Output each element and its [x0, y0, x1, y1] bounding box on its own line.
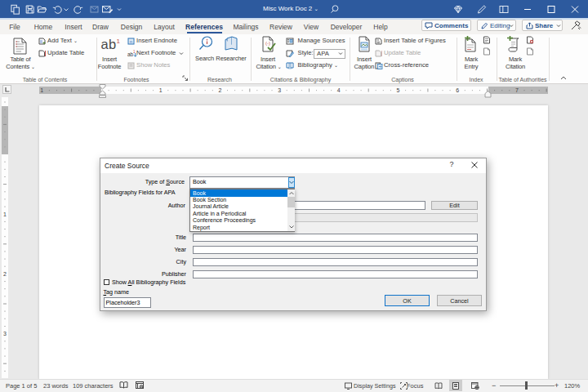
svg-text:7: 7: [515, 87, 519, 93]
svg-text:5: 5: [397, 87, 400, 93]
svg-text:3: 3: [278, 87, 281, 93]
svg-text:4: 4: [337, 87, 341, 93]
svg-text:1: 1: [159, 87, 163, 93]
svg-text:2: 2: [218, 87, 221, 93]
svg-text:(-): (-): [265, 41, 270, 46]
svg-text:6: 6: [456, 87, 459, 93]
svg-text:2: 2: [3, 271, 7, 277]
svg-text:1: 1: [40, 87, 43, 93]
svg-text:1: 1: [3, 212, 7, 217]
svg-text:3: 3: [3, 331, 7, 336]
svg-text:n: n: [130, 39, 132, 44]
